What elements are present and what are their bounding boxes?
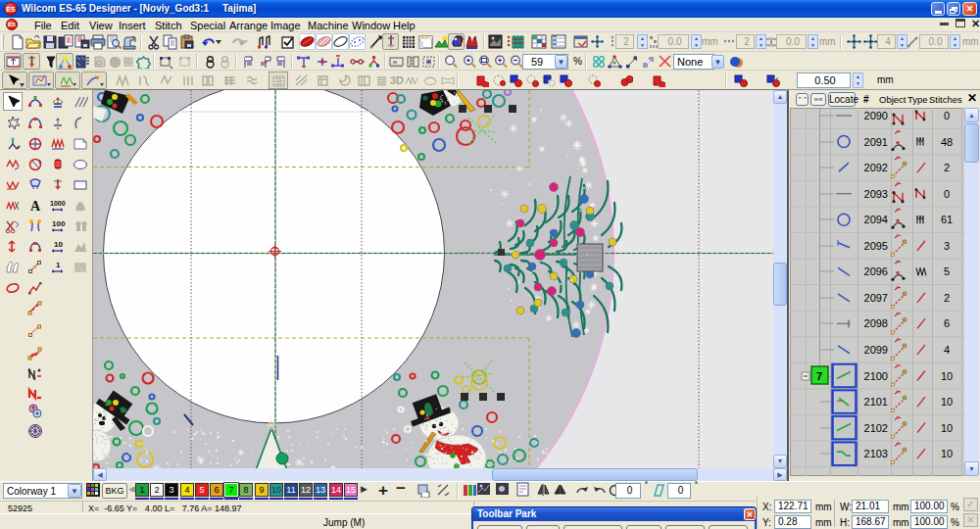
svg-text:2: 2: [944, 292, 950, 304]
svg-text:2102: 2102: [864, 422, 888, 434]
svg-text:5: 5: [944, 265, 950, 277]
svg-text:3: 3: [944, 240, 950, 252]
svg-text:0: 0: [944, 188, 950, 200]
svg-text:2096: 2096: [864, 265, 888, 277]
svg-text:61: 61: [941, 214, 953, 225]
svg-text:2099: 2099: [864, 344, 888, 356]
svg-text:2101: 2101: [864, 396, 888, 408]
svg-text:2097: 2097: [864, 292, 888, 304]
svg-text:4: 4: [944, 344, 950, 356]
svg-text:48: 48: [941, 136, 953, 148]
svg-text:2098: 2098: [864, 317, 888, 329]
svg-text:2094: 2094: [864, 214, 888, 225]
svg-text:10: 10: [941, 422, 953, 434]
svg-text:2: 2: [944, 162, 950, 173]
svg-text:10: 10: [941, 370, 953, 382]
svg-text:0: 0: [944, 110, 950, 121]
svg-text:2100: 2100: [864, 370, 888, 382]
svg-text:2092: 2092: [864, 162, 888, 173]
svg-text:2093: 2093: [864, 188, 888, 200]
svg-text:10: 10: [941, 396, 953, 408]
svg-text:2091: 2091: [864, 136, 888, 148]
svg-text:2103: 2103: [864, 448, 888, 459]
svg-text:2095: 2095: [864, 240, 888, 252]
svg-text:6: 6: [944, 317, 950, 329]
svg-text:7: 7: [816, 370, 822, 382]
svg-text:10: 10: [941, 448, 953, 459]
svg-text:2090: 2090: [864, 110, 888, 121]
